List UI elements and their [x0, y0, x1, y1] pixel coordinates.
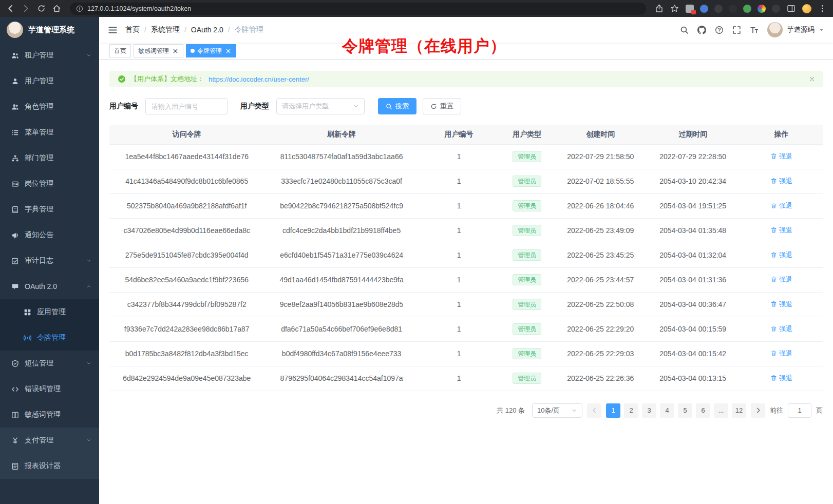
- help-icon[interactable]: [715, 26, 724, 34]
- page-button[interactable]: 5: [678, 403, 692, 418]
- url-bar[interactable]: 127.0.0.1:1024/system/oauth2/token: [70, 3, 646, 15]
- page-button[interactable]: 1: [606, 403, 620, 418]
- sidebar-item-sensitive[interactable]: 敏感词管理: [0, 402, 99, 428]
- user-id-cell: 1: [419, 341, 499, 366]
- sidebar-item-dept[interactable]: 部门管理: [0, 145, 99, 171]
- screen: 127.0.0.1:1024/system/oauth2/token 芋道管理系…: [0, 0, 833, 504]
- github-icon[interactable]: [697, 26, 706, 34]
- browser-profile-avatar[interactable]: [802, 4, 811, 13]
- page-button[interactable]: 12: [732, 403, 746, 418]
- sidebar-item-notice[interactable]: 通知公告: [0, 222, 99, 248]
- page-button[interactable]: 6: [696, 403, 710, 418]
- extension-icon[interactable]: [686, 5, 694, 13]
- sidebar-item-tenant[interactable]: 租户管理: [0, 43, 99, 68]
- sidebar-item-post[interactable]: 岗位管理: [0, 171, 99, 197]
- pagination-ellipsis[interactable]: ...: [714, 403, 728, 418]
- sidebar-item-oauth[interactable]: OAuth 2.0: [0, 274, 99, 299]
- force-logout-button[interactable]: 强退: [770, 300, 792, 309]
- goto-page-input[interactable]: [788, 403, 811, 418]
- sidebar-item-audit[interactable]: 审计日志: [0, 248, 99, 274]
- sidebar-item-menu[interactable]: 菜单管理: [0, 120, 99, 145]
- extension-icon[interactable]: [714, 5, 723, 13]
- back-icon[interactable]: [6, 4, 15, 13]
- pay-icon: [11, 437, 19, 444]
- user-type-badge: 管理员: [513, 200, 541, 211]
- force-logout-button[interactable]: 强退: [770, 152, 792, 161]
- browser-menu-icon[interactable]: [818, 4, 827, 13]
- next-page-button[interactable]: [751, 403, 765, 418]
- sidebar-item-errcode[interactable]: 错误码管理: [0, 376, 99, 402]
- breadcrumb-item[interactable]: OAuth 2.0: [191, 26, 223, 34]
- side-panel-icon[interactable]: [787, 4, 796, 13]
- site-info-icon[interactable]: [76, 5, 83, 12]
- user-type-badge: 管理员: [513, 249, 541, 261]
- page-size-select[interactable]: 10条/页: [532, 403, 582, 418]
- force-logout-button[interactable]: 强退: [770, 324, 792, 334]
- chevron-down-icon: [353, 103, 359, 109]
- search-icon[interactable]: [680, 26, 689, 34]
- sidebar-item-label: 审计日志: [25, 256, 53, 265]
- extension-icon[interactable]: [729, 5, 737, 13]
- app-logo[interactable]: 芋道管理系统: [0, 17, 99, 43]
- tab[interactable]: 首页: [109, 44, 131, 57]
- extension-icon[interactable]: [743, 5, 751, 13]
- bookmark-star-icon[interactable]: [670, 4, 679, 13]
- breadcrumb: 首页/系统管理/OAuth 2.0/令牌管理: [125, 25, 263, 34]
- force-logout-label: 强退: [779, 349, 792, 358]
- page-button[interactable]: 3: [642, 403, 656, 418]
- force-logout-label: 强退: [779, 177, 792, 186]
- refresh-token-cell: e6cfd40eb1f54571a31e775e039c4624: [264, 243, 419, 267]
- share-icon[interactable]: [655, 4, 664, 13]
- extension-icon[interactable]: [758, 5, 766, 13]
- extension-icon[interactable]: [700, 5, 708, 13]
- sidebar-item-pay[interactable]: 支付管理: [0, 428, 99, 453]
- sidebar-item-dict[interactable]: 字典管理: [0, 197, 99, 222]
- alert-close-icon[interactable]: [808, 75, 816, 83]
- alert-doc-link[interactable]: https://doc.iocoder.cn/user-center/: [209, 75, 309, 83]
- sidebar-item-label: 错误码管理: [25, 384, 61, 394]
- user-menu[interactable]: 芋道源码: [767, 22, 824, 37]
- sidebar-item-sms[interactable]: 短信管理: [0, 351, 99, 376]
- sidebar-item-user[interactable]: 用户管理: [0, 68, 99, 94]
- force-logout-button[interactable]: 强退: [770, 250, 792, 260]
- extensions-cluster: [686, 5, 780, 13]
- close-icon[interactable]: [225, 48, 232, 54]
- page-button[interactable]: 2: [624, 403, 638, 418]
- breadcrumb-item[interactable]: 令牌管理: [235, 25, 263, 34]
- prev-page-button[interactable]: [587, 403, 601, 418]
- sidebar-item-report[interactable]: 报表设计器: [0, 453, 99, 479]
- home-icon[interactable]: [52, 4, 61, 13]
- close-icon[interactable]: [172, 48, 179, 54]
- breadcrumb-item[interactable]: 系统管理: [151, 25, 180, 34]
- sidebar-subitem-token[interactable]: 令牌管理: [0, 325, 99, 351]
- sidebar-item-role[interactable]: 角色管理: [0, 94, 99, 120]
- force-logout-button[interactable]: 强退: [770, 226, 792, 235]
- tab[interactable]: 令牌管理: [186, 44, 236, 57]
- refresh-token-cell: 9ce8ef2aa9f14056b831ae9b608e28d5: [264, 292, 419, 317]
- sidebar-subitem-app[interactable]: 应用管理: [0, 299, 99, 325]
- reload-icon[interactable]: [37, 4, 46, 13]
- font-size-icon[interactable]: [750, 26, 759, 34]
- search-button[interactable]: 搜索: [378, 98, 416, 114]
- filter-bar: 用户编号 用户类型 请选择用户类型 搜索 重置: [109, 98, 823, 114]
- user-type-select[interactable]: 请选择用户类型: [276, 98, 365, 114]
- breadcrumb-item[interactable]: 首页: [125, 25, 140, 34]
- extension-icon[interactable]: [772, 5, 780, 13]
- sidebar-item-label: 租户管理: [25, 51, 53, 60]
- fullscreen-icon[interactable]: [732, 26, 741, 34]
- collapse-sidebar-icon[interactable]: [108, 25, 118, 35]
- reset-button[interactable]: 重置: [423, 98, 461, 114]
- force-logout-button[interactable]: 强退: [770, 177, 792, 186]
- forward-icon[interactable]: [22, 4, 30, 13]
- force-logout-button[interactable]: 强退: [770, 201, 792, 210]
- force-logout-button[interactable]: 强退: [770, 349, 792, 358]
- sidebar-item-label: 通知公告: [25, 230, 53, 240]
- force-logout-button[interactable]: 强退: [770, 275, 792, 284]
- tab[interactable]: 敏感词管理: [134, 44, 183, 57]
- user-id-input[interactable]: [145, 98, 228, 114]
- search-icon: [386, 103, 392, 110]
- force-logout-button[interactable]: 强退: [770, 374, 792, 383]
- chevron-down-icon: [86, 438, 91, 443]
- page-button[interactable]: 4: [660, 403, 674, 418]
- refresh-token-cell: 49d1aa46d1454fbd87591444423be9fa: [264, 267, 419, 292]
